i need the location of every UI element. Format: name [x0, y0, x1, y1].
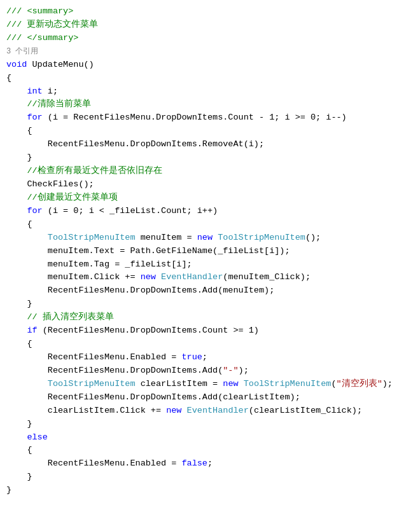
code-token: [156, 272, 161, 282]
code-line: menuItem.Text = Path.GetFileName(_fileLi…: [0, 245, 420, 258]
code-token: {: [6, 126, 32, 135]
code-token: // 插入清空列表菜单: [27, 312, 113, 322]
code-line: // 插入清空列表菜单: [0, 311, 420, 324]
code-token: RecentFilesMenu.DropDownItems.Add(clearL…: [6, 392, 300, 402]
code-line: }: [0, 484, 420, 497]
code-token: [6, 432, 27, 442]
code-token: );: [382, 379, 393, 389]
code-token: {: [6, 445, 32, 455]
code-token: ToolStripMenuItem: [48, 379, 136, 389]
code-line: CheckFiles();: [0, 178, 420, 191]
code-token: /// 更新动态文件菜单: [6, 20, 98, 29]
code-token: //检查所有最近文件是否依旧存在: [27, 166, 162, 176]
code-line: {: [0, 125, 420, 138]
code-token: 3 个引用: [6, 47, 38, 56]
code-token: {: [6, 339, 32, 348]
code-token: false: [181, 459, 207, 468]
code-token: new: [197, 233, 213, 242]
code-line: /// <summary>: [0, 5, 420, 18]
code-line: 3 个引用: [0, 45, 420, 59]
code-line: /// 更新动态文件菜单: [0, 18, 420, 32]
code-token: {: [6, 73, 11, 83]
code-editor: /// <summary>/// 更新动态文件菜单/// </summary>3…: [0, 0, 420, 524]
code-line: for (i = RecentFilesMenu.DropDownItems.C…: [0, 111, 420, 125]
code-token: ;: [202, 352, 207, 362]
code-line: menuItem.Click += new EventHandler(menuI…: [0, 271, 420, 284]
code-token: for: [27, 113, 42, 122]
code-token: clearListItem =: [136, 379, 223, 389]
code-line: if (RecentFilesMenu.DropDownItems.Count …: [0, 324, 420, 338]
code-token: (: [331, 379, 336, 389]
code-token: (clearListItem_Click);: [249, 406, 362, 415]
code-token: }: [6, 472, 32, 481]
code-line: RecentFilesMenu.DropDownItems.Add("-");: [0, 364, 420, 378]
code-line: {: [0, 338, 420, 351]
code-token: new: [166, 406, 181, 415]
code-token: [6, 193, 27, 202]
code-line: //清除当前菜单: [0, 98, 420, 111]
code-token: EventHandler: [161, 272, 223, 282]
code-line: RecentFilesMenu.DropDownItems.RemoveAt(i…: [0, 138, 420, 151]
code-token: RecentFilesMenu.DropDownItems.Add(menuIt…: [6, 286, 274, 295]
code-line: //检查所有最近文件是否依旧存在: [0, 165, 420, 178]
code-line: ToolStripMenuItem menuItem = new ToolStr…: [0, 231, 420, 245]
code-token: }: [6, 299, 32, 308]
code-token: RecentFilesMenu.Enabled =: [6, 352, 181, 362]
code-token: if: [27, 326, 37, 335]
code-token: "-": [223, 366, 238, 375]
code-token: ToolStripMenuItem: [218, 233, 305, 242]
code-token: }: [6, 153, 32, 162]
code-token: EventHandler: [187, 406, 249, 415]
code-token: UpdateMenu(): [27, 60, 94, 69]
code-token: }: [6, 485, 11, 495]
code-line: {: [0, 444, 420, 457]
code-token: ToolStripMenuItem: [48, 233, 136, 242]
code-token: RecentFilesMenu.Enabled =: [6, 459, 181, 468]
code-line: int i;: [0, 85, 420, 99]
code-token: i;: [43, 86, 58, 96]
code-token: [6, 379, 48, 389]
code-line: }: [0, 471, 420, 484]
code-line: for (i = 0; i < _fileList.Count; i++): [0, 205, 420, 218]
code-token: //清除当前菜单: [27, 99, 90, 109]
code-token: (RecentFilesMenu.DropDownItems.Count >= …: [38, 326, 259, 335]
code-line: menuItem.Tag = _fileList[i];: [0, 258, 420, 272]
code-line: }: [0, 298, 420, 311]
code-token: (i = 0; i < _fileList.Count; i++): [43, 206, 218, 216]
code-token: [6, 206, 27, 216]
code-token: /// </summary>: [6, 33, 78, 43]
code-line: /// </summary>: [0, 32, 420, 45]
code-line: RecentFilesMenu.DropDownItems.Add(menuIt…: [0, 284, 420, 298]
code-token: [6, 166, 27, 176]
code-token: menuItem.Tag = _fileList[i];: [6, 259, 192, 269]
code-token: RecentFilesMenu.DropDownItems.RemoveAt(i…: [6, 139, 264, 149]
code-token: (menuItem_Click);: [223, 272, 311, 282]
code-token: //创建最近文件菜单项: [27, 193, 117, 202]
code-token: [6, 86, 27, 96]
code-line: {: [0, 218, 420, 231]
code-token: [239, 379, 244, 389]
code-token: clearListItem.Click +=: [6, 406, 166, 415]
code-line: else: [0, 431, 420, 445]
code-token: [213, 233, 218, 242]
code-token: {: [6, 219, 32, 229]
code-token: RecentFilesMenu.DropDownItems.Add(: [6, 366, 223, 375]
code-token: new: [141, 272, 156, 282]
code-token: [6, 233, 48, 242]
code-line: RecentFilesMenu.DropDownItems.Add(clearL…: [0, 391, 420, 404]
code-token: /// <summary>: [6, 6, 73, 16]
code-token: [6, 326, 27, 335]
code-token: [6, 113, 27, 122]
code-token: menuItem.Text = Path.GetFileName(_fileLi…: [6, 246, 290, 256]
code-token: );: [239, 366, 249, 375]
code-line: }: [0, 418, 420, 431]
code-token: ;: [207, 459, 213, 468]
code-token: void: [6, 60, 27, 69]
code-line: }: [0, 151, 420, 165]
code-line: ToolStripMenuItem clearListItem = new To…: [0, 378, 420, 391]
code-token: else: [27, 432, 47, 442]
code-token: for: [27, 206, 42, 216]
code-token: CheckFiles();: [6, 179, 94, 189]
code-token: ();: [305, 233, 321, 242]
code-token: }: [6, 419, 32, 429]
